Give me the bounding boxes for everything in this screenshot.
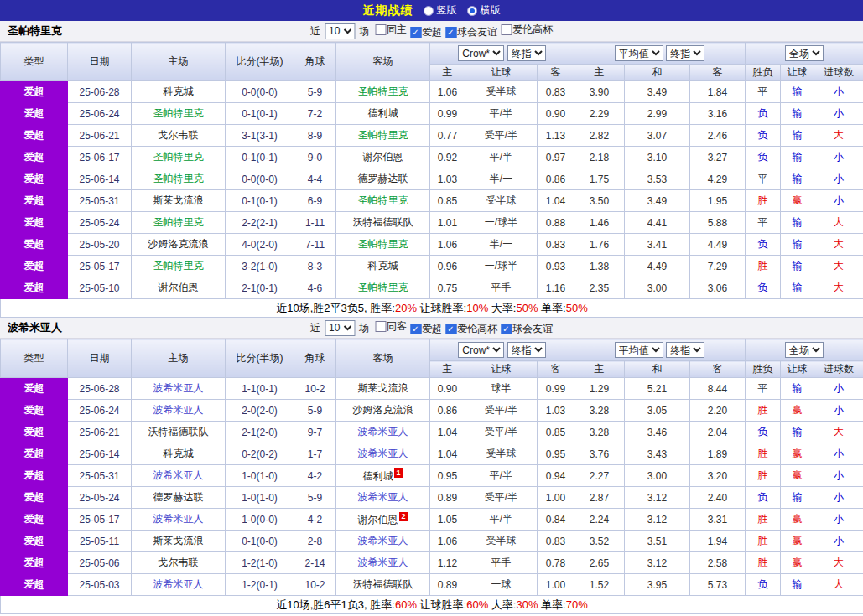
home-team-cell[interactable]: 波希米亚人 <box>132 378 226 400</box>
home-team-cell[interactable]: 科克城 <box>132 443 226 465</box>
home-team-cell[interactable]: 波希米亚人 <box>132 574 226 596</box>
away-team-cell[interactable]: 波希米亚人 <box>336 443 430 465</box>
score-cell: 0-1(0-1) <box>226 103 294 125</box>
home-odds-cell: 0.92 <box>430 147 465 168</box>
horizontal-radio-icon[interactable] <box>467 6 477 16</box>
match-row: 爱超25-05-06戈尔韦联1-2(1-0)2-14波希米亚人1.12平手0.7… <box>1 552 863 574</box>
layout-option-horizontal[interactable]: 横版 <box>467 3 501 18</box>
checkbox-icon[interactable] <box>501 24 512 35</box>
filter-option-checked[interactable]: ✓球会友谊 <box>501 322 553 336</box>
result-goals-cell: 小 <box>814 465 863 487</box>
layout-option-vertical[interactable]: 竖版 <box>424 3 457 18</box>
away-odds-cell: 0.83 <box>538 531 574 552</box>
away-team-cell[interactable]: 德利城 <box>336 103 430 125</box>
summary-stat-value: 50% <box>566 302 588 314</box>
filter-option-unchecked[interactable]: 同客 <box>375 319 407 334</box>
summary-stat-label: 让球胜率: <box>417 302 466 314</box>
away-team-cell[interactable]: 波希米亚人 <box>336 552 430 574</box>
odds-time-select[interactable]: 终指 <box>507 342 546 358</box>
filter-option-checked[interactable]: ✓爱超 <box>410 322 442 336</box>
odds-time-select[interactable]: 终指 <box>507 45 546 61</box>
scope-select[interactable]: 全场 <box>785 342 824 358</box>
away-team-cell[interactable]: 沙姆洛克流浪 <box>336 400 430 422</box>
home-team-cell[interactable]: 波希米亚人 <box>132 465 226 487</box>
home-team-cell[interactable]: 沙姆洛克流浪 <box>132 234 226 256</box>
avg-time-select[interactable]: 终指 <box>666 342 704 358</box>
away-team-cell[interactable]: 圣帕特里克 <box>336 125 430 147</box>
filter-option-checked[interactable]: ✓爱伦高杯 <box>445 322 497 336</box>
away-team-cell[interactable]: 圣帕特里克 <box>336 190 430 212</box>
filter-option-checked[interactable]: ✓球会友谊 <box>445 25 497 39</box>
away-team-cell[interactable]: 斯莱戈流浪 <box>336 378 430 400</box>
home-team-cell[interactable]: 圣帕特里克 <box>132 147 226 168</box>
odds-source-select[interactable]: Crow* <box>458 45 504 61</box>
away-team-cell[interactable]: 波希米亚人 <box>336 487 430 509</box>
result-wdl-cell: 负 <box>746 147 781 168</box>
score-cell: 2-2(2-1) <box>226 212 294 234</box>
away-team-cell[interactable]: 圣帕特里克 <box>336 234 430 256</box>
result-handicap-cell: 输 <box>781 81 814 103</box>
away-team-cell[interactable]: 科克城 <box>336 256 430 277</box>
avg-away-odds-cell: 3.16 <box>690 103 746 125</box>
date-cell: 25-05-17 <box>68 256 132 277</box>
away-team-cell[interactable]: 波希米亚人 <box>336 422 430 443</box>
avg-time-select[interactable]: 终指 <box>666 45 704 61</box>
checkbox-icon[interactable]: ✓ <box>445 27 456 38</box>
summary-stat-label: 单率: <box>538 598 565 611</box>
away-team-cell[interactable]: 圣帕特里克 <box>336 81 430 103</box>
home-team-cell[interactable]: 科克城 <box>132 81 226 103</box>
result-handicap-cell: 赢 <box>781 509 814 531</box>
away-team-cell[interactable]: 德利城1 <box>336 465 430 487</box>
checkbox-icon[interactable]: ✓ <box>410 27 421 38</box>
summary-stat-label: 胜率: <box>370 302 395 314</box>
home-team-cell[interactable]: 德罗赫达联 <box>132 487 226 509</box>
corner-cell: 8-3 <box>294 256 336 277</box>
home-team-cell[interactable]: 圣帕特里克 <box>132 256 226 277</box>
avg-home-odds-cell: 2.27 <box>574 465 625 487</box>
home-odds-cell: 1.06 <box>430 81 465 103</box>
handicap-cell: 受平/半 <box>465 400 538 422</box>
home-team-cell[interactable]: 戈尔韦联 <box>132 125 226 147</box>
home-team-cell[interactable]: 波希米亚人 <box>132 509 226 531</box>
avg-source-select[interactable]: 平均值 <box>615 342 663 358</box>
vertical-radio-icon[interactable] <box>424 6 434 16</box>
away-team-cell[interactable]: 沃特福德联队 <box>336 574 430 596</box>
away-odds-cell: 0.83 <box>538 234 574 256</box>
corner-cell: 4-4 <box>294 168 336 190</box>
match-count-select[interactable]: 10 <box>325 320 355 336</box>
filter-option-unchecked[interactable]: 爱伦高杯 <box>501 23 553 37</box>
date-cell: 25-05-24 <box>68 212 132 234</box>
home-team-cell[interactable]: 戈尔韦联 <box>132 552 226 574</box>
away-team-cell[interactable]: 沃特福德联队 <box>336 212 430 234</box>
filter-option-unchecked[interactable]: 同主 <box>375 23 407 37</box>
home-team-cell[interactable]: 圣帕特里克 <box>132 212 226 234</box>
match-count-select[interactable]: 10 <box>325 23 355 39</box>
home-team-cell[interactable]: 圣帕特里克 <box>132 168 226 190</box>
odds-source-select[interactable]: Crow* <box>458 342 504 358</box>
league-cell: 爱超 <box>1 277 68 299</box>
away-team-cell[interactable]: 谢尔伯恩2 <box>336 509 430 531</box>
home-team-cell[interactable]: 沃特福德联队 <box>132 422 226 443</box>
home-team-cell[interactable]: 斯莱戈流浪 <box>132 190 226 212</box>
away-odds-cell: 0.84 <box>538 509 574 531</box>
checkbox-icon[interactable]: ✓ <box>501 324 512 334</box>
checkbox-icon[interactable]: ✓ <box>410 324 421 334</box>
away-team-cell[interactable]: 谢尔伯恩 <box>336 147 430 168</box>
checkbox-icon[interactable]: ✓ <box>445 324 456 334</box>
team-name: 圣帕特里克 <box>0 23 62 39</box>
scope-select[interactable]: 全场 <box>785 45 824 61</box>
handicap-cell: 平手 <box>465 552 538 574</box>
away-team-cell[interactable]: 圣帕特里克 <box>336 277 430 299</box>
checkbox-icon[interactable] <box>375 24 386 35</box>
score-cell: 0-0(0-0) <box>226 168 294 190</box>
home-team-cell[interactable]: 圣帕特里克 <box>132 103 226 125</box>
away-team-cell[interactable]: 德罗赫达联 <box>336 168 430 190</box>
checkbox-icon[interactable] <box>375 321 386 332</box>
filter-option-checked[interactable]: ✓爱超 <box>410 25 442 39</box>
home-team-cell[interactable]: 谢尔伯恩 <box>132 277 226 299</box>
home-team-cell[interactable]: 波希米亚人 <box>132 400 226 422</box>
home-team-cell[interactable]: 斯莱戈流浪 <box>132 531 226 552</box>
away-team-cell[interactable]: 波希米亚人 <box>336 531 430 552</box>
handicap-cell: 平/半 <box>465 103 538 125</box>
avg-source-select[interactable]: 平均值 <box>615 45 663 61</box>
